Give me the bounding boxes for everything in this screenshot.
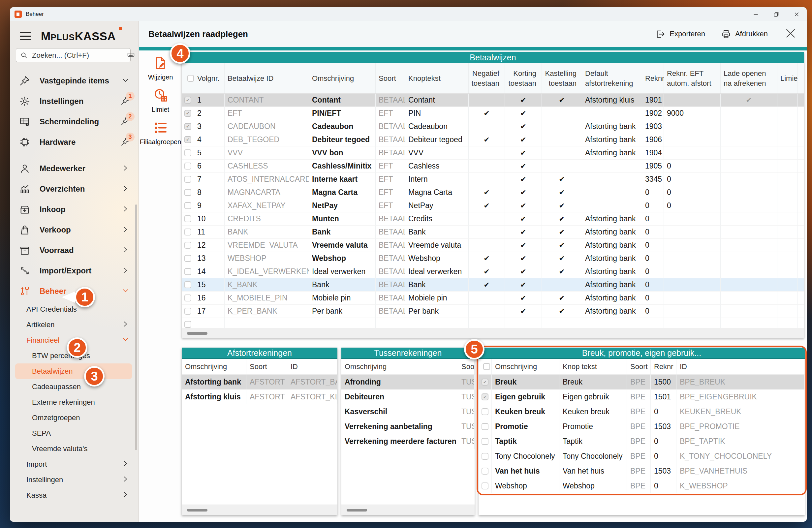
sidebar-item-import-export[interactable]: Import/Export — [10, 261, 139, 281]
row-checkbox[interactable] — [481, 423, 489, 430]
row-checkbox[interactable] — [184, 215, 191, 222]
row-checkbox[interactable] — [481, 483, 489, 489]
sidebar-item-import[interactable]: Import — [10, 456, 139, 472]
print-button[interactable]: Afdrukken — [721, 29, 768, 39]
sidebar-item-voorraad[interactable]: Voorraad — [10, 240, 139, 261]
breuk-row-tony-chocolonely[interactable]: Tony ChocolonelyTony ChocolonelyBPE0K_TO… — [479, 449, 805, 464]
table-row-1[interactable]: ✔1CONTANTContantBETAALContant✔✔Afstortin… — [182, 94, 804, 107]
breuk-row-webshop[interactable]: WebshopWebshopBPE0K_WEBSHOP — [479, 479, 805, 493]
tussen-row-verrekening-meerdere-facturen[interactable]: Verrekening meerdere facturenTUSSEN — [342, 434, 475, 449]
scrollbar-thumb[interactable] — [187, 509, 207, 512]
tussen-row-afronding[interactable]: AfrondingTUSSEN — [342, 375, 475, 390]
sidebar-item-inkoop[interactable]: Inkoop — [10, 199, 139, 220]
sidebar-item-externe-rekeningen[interactable]: Externe rekeningen — [10, 394, 139, 410]
select-all-checkbox[interactable] — [187, 75, 194, 82]
table-horizontal-scrollbar[interactable] — [182, 328, 804, 338]
close-window-button[interactable] — [786, 7, 807, 21]
row-checkbox[interactable] — [481, 453, 489, 460]
row-checkbox[interactable] — [481, 468, 489, 474]
row-checkbox[interactable] — [184, 189, 191, 196]
table-row-9[interactable]: 9XAFAX_NETPAYNetPayEFTNetPay✔✔✔00 — [182, 199, 804, 212]
export-button[interactable]: Exporteren — [655, 29, 705, 39]
table-row-11[interactable]: 11BANKBankBETAALBank✔✔Afstorting bank0 — [182, 225, 804, 239]
scrollbar-thumb[interactable] — [347, 509, 367, 512]
row-checkbox[interactable] — [184, 176, 191, 183]
table-row-empty[interactable] — [182, 318, 804, 328]
tussen-row-debiteuren[interactable]: DebiteurenTUSSEN — [342, 390, 475, 404]
row-checkbox[interactable] — [184, 268, 191, 275]
table-row-16[interactable]: 16K_MOBIELE_PINMobiele pinBETAALMobiele … — [182, 292, 804, 305]
sidebar-scrollbar[interactable] — [135, 204, 137, 450]
table-row-4[interactable]: ✔4DEB_TEGOEDDebiteur tegoedBETAALDebiteu… — [182, 133, 804, 146]
breuk-row-taptik[interactable]: TaptikTaptikBPE0BPE_TAPTIK — [479, 434, 805, 449]
table-row-5[interactable]: 5VVVVVV bonBETAALVVV✔Afstorting bank1904 — [182, 146, 804, 160]
breuk-row-keuken-breuk[interactable]: Keuken breukKeuken breukBPE0KEUKEN_BREUK — [479, 404, 805, 419]
tussen-row-kasverschil[interactable]: KasverschilTUSSEN — [342, 404, 475, 419]
breuk-row-eigen-gebruik[interactable]: ✔Eigen gebruikEigen gebruikBPE1501BPE_EI… — [479, 390, 805, 404]
sidebar-item-betaalwijzen[interactable]: Betaalwijzen — [15, 364, 132, 379]
hamburger-menu-icon[interactable] — [20, 32, 31, 41]
row-checkbox[interactable] — [184, 321, 191, 328]
search-input[interactable] — [32, 51, 127, 60]
scrollbar-thumb[interactable] — [187, 332, 207, 335]
table-row-13[interactable]: 13WEBSHOPWebshopBETAALWebshop✔✔✔Afstorti… — [182, 252, 804, 265]
sidebar-item-api-credentials[interactable]: API Credentials — [10, 302, 139, 317]
table-row-7[interactable]: 7ATOS_INTERNALCARDInterne kaartEFTIntern… — [182, 173, 804, 186]
sidebar-item-hardware[interactable]: Hardware3 — [10, 132, 139, 152]
table-row-15[interactable]: 15K_BANKBankBETAALBank✔✔Afstorting bank0 — [182, 278, 804, 292]
row-checkbox[interactable]: ✔ — [184, 97, 191, 104]
row-checkbox[interactable] — [184, 308, 191, 314]
table-row-2[interactable]: ✔2EFTPIN/EFTEFTPIN✔✔19029000 — [182, 107, 804, 120]
minimize-button[interactable] — [745, 7, 766, 21]
row-checkbox[interactable] — [184, 294, 191, 302]
row-checkbox[interactable] — [184, 149, 191, 156]
close-page-button[interactable] — [784, 26, 797, 42]
table-row-14[interactable]: 14K_IDEAL_VERWERKENIdeal verwerkenBETAAL… — [182, 265, 804, 278]
table-row-10[interactable]: 10CREDITSMuntenBETAALCredits✔✔Afstorting… — [182, 212, 804, 225]
row-checkbox[interactable] — [184, 163, 191, 170]
sidebar-item-omzetgroepen[interactable]: Omzetgroepen — [10, 410, 139, 425]
select-all-checkbox[interactable] — [483, 363, 490, 370]
afstort-row-afstorting-bank[interactable]: Afstorting bankAFSTORTAFSTORT_BANK — [182, 375, 337, 390]
row-checkbox[interactable] — [481, 408, 489, 415]
sidebar-item-overzichten[interactable]: Overzichten — [10, 179, 139, 199]
afstort-row-afstorting-kluis[interactable]: Afstorting kluisAFSTORTAFSTORT_KLUIS — [182, 390, 337, 404]
sidebar-item-cadeaupassen[interactable]: Cadeaupassen — [10, 379, 139, 394]
row-checkbox[interactable]: ✔ — [481, 379, 489, 385]
toolbar-filiaalgroepen[interactable]: Filiaalgroepen — [140, 120, 182, 146]
row-checkbox[interactable] — [184, 255, 191, 262]
breuk-row-van-het-huis[interactable]: Van het huisVan het huisBPE1503BPE_VANHE… — [479, 464, 805, 479]
row-checkbox[interactable]: ✔ — [184, 136, 191, 143]
maximize-button[interactable] — [766, 7, 786, 21]
row-checkbox[interactable]: ✔ — [184, 123, 191, 130]
table-row-3[interactable]: ✔3CADEAUBONCadeaubonBETAALCadeaubon✔Afst… — [182, 120, 804, 133]
row-checkbox[interactable] — [184, 242, 191, 249]
keyboard-icon[interactable] — [127, 51, 135, 60]
row-checkbox[interactable] — [481, 438, 489, 445]
row-checkbox[interactable]: ✔ — [481, 394, 489, 400]
afstort-horizontal-scrollbar[interactable] — [182, 504, 337, 515]
row-checkbox[interactable] — [184, 229, 191, 235]
row-checkbox[interactable]: ✔ — [184, 110, 191, 117]
tussen-row-verrekening-aanbetaling[interactable]: Verrekening aanbetalingTUSSEN — [342, 419, 475, 434]
toolbar-limiet[interactable]: Limiet — [152, 88, 169, 114]
sidebar-item-verkoop[interactable]: Verkoop — [10, 220, 139, 240]
sidebar-item-vastgepinde-items[interactable]: Vastgepinde items — [10, 71, 139, 91]
sidebar-item-artikelen[interactable]: Artikelen — [10, 317, 139, 333]
table-row-17[interactable]: 17K_PER_BANKPer bankBETAALPer bank✔✔Afst… — [182, 305, 804, 318]
sidebar-item-sepa[interactable]: SEPA — [10, 425, 139, 441]
row-checkbox[interactable] — [184, 202, 191, 209]
select-all-cell[interactable] — [182, 63, 194, 93]
table-row-6[interactable]: 6CASHLESSCashless/MinitixEFTCashless✔190… — [182, 160, 804, 173]
tussen-horizontal-scrollbar[interactable] — [342, 504, 475, 515]
row-checkbox[interactable] — [184, 281, 191, 288]
sidebar-item-medewerker[interactable]: Medewerker — [10, 158, 139, 179]
table-row-12[interactable]: 12VREEMDE_VALUTAVreemde valutaBETAALVree… — [182, 239, 804, 252]
toolbar-wijzigen[interactable]: Wijzigen — [148, 55, 173, 81]
table-row-8[interactable]: 8MAGNACARTAMagna CartaEFTMagna Carta✔✔✔0… — [182, 186, 804, 199]
sidebar-item-kassa[interactable]: Kassa — [10, 487, 139, 503]
breuk-row-breuk[interactable]: ✔BreukBreukBPE1500BPE_BREUK — [479, 375, 805, 390]
sidebar-item-vreemde-valuta-s[interactable]: Vreemde valuta's — [10, 441, 139, 456]
sidebar-item-schermindeling[interactable]: Schermindeling2 — [10, 112, 139, 132]
sidebar-item-instellingen[interactable]: Instellingen — [10, 472, 139, 487]
